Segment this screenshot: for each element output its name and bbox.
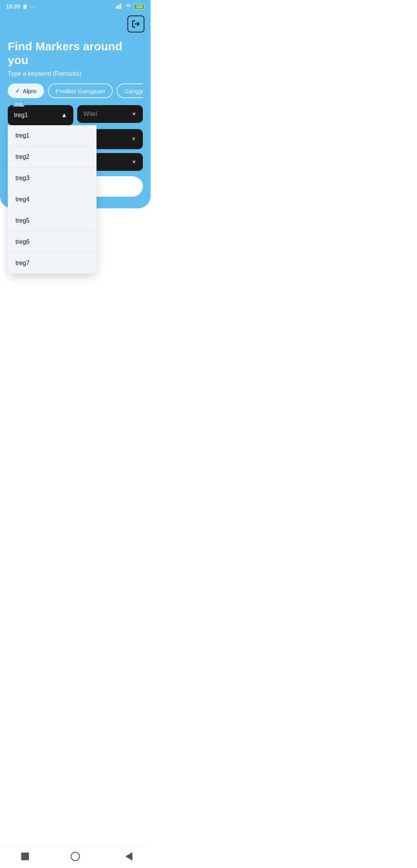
wifi-icon — [125, 3, 132, 10]
treg-option-1[interactable]: treg1 — [8, 125, 97, 146]
battery-display: 100 — [134, 4, 144, 10]
status-bar: 19:20 🗑 ··· 100 — [0, 0, 151, 12]
page-title: Find Markers around you — [8, 39, 143, 67]
page-subtitle: Type a keyword (Remarks) — [8, 70, 143, 77]
chip-gangguan-label: Gangguan — [124, 88, 143, 94]
witel-placeholder: Witel — [83, 111, 97, 117]
form-area: treg treg1 ▲ treg1 treg2 treg3 treg4 tre… — [8, 105, 143, 197]
main-content-area: Find Markers around you Type a keyword (… — [0, 36, 151, 208]
status-time-area: 19:20 🗑 ··· — [6, 3, 35, 10]
chip-gangguan[interactable]: Gangguan — [117, 83, 143, 98]
filter-chips-row: ✓ Alpro Prediksi Gangguan Gangguan — [8, 83, 143, 98]
time-display: 19:20 — [6, 3, 20, 10]
form-row-1: treg treg1 ▲ treg1 treg2 treg3 treg4 tre… — [8, 105, 143, 125]
date-to-arrow: ▼ — [131, 136, 137, 143]
svg-rect-0 — [115, 7, 117, 9]
chip-alpro-label: Alpro — [23, 88, 36, 94]
chip-prediksi[interactable]: Prediksi Gangguan — [48, 83, 113, 98]
treg-selected-value: treg1 — [14, 112, 28, 119]
dots-icon: ··· — [30, 4, 35, 10]
treg-wrapper: treg treg1 ▲ treg1 treg2 treg3 treg4 tre… — [8, 105, 73, 125]
treg-dropdown-list: treg1 treg2 treg3 treg4 treg5 treg6 treg… — [8, 125, 97, 274]
treg-dropdown-trigger[interactable]: treg1 ▲ — [8, 105, 73, 125]
witel-wrapper: Witel ▼ — [77, 105, 143, 125]
svg-rect-3 — [120, 4, 121, 9]
exit-button[interactable] — [127, 15, 144, 32]
notification-icon: 🗑 — [22, 4, 27, 10]
svg-rect-2 — [119, 5, 120, 9]
chip-prediksi-label: Prediksi Gangguan — [56, 88, 105, 94]
third-arrow-icon: ▼ — [131, 159, 137, 165]
treg-option-5[interactable]: treg5 — [8, 210, 97, 231]
check-icon: ✓ — [15, 87, 20, 94]
witel-arrow-icon: ▼ — [131, 111, 137, 117]
app-bar — [0, 12, 151, 36]
treg-label: treg — [13, 101, 24, 107]
treg-option-7[interactable]: treg7 — [8, 253, 97, 274]
treg-option-4[interactable]: treg4 — [8, 189, 97, 210]
treg-option-3[interactable]: treg3 — [8, 168, 97, 189]
chip-alpro[interactable]: ✓ Alpro — [8, 83, 44, 98]
svg-rect-1 — [117, 5, 118, 9]
status-icons-area: 100 — [115, 3, 144, 10]
witel-dropdown[interactable]: Witel ▼ — [77, 105, 143, 123]
treg-option-6[interactable]: treg6 — [8, 231, 97, 253]
signal-icon — [115, 3, 122, 10]
treg-option-2[interactable]: treg2 — [8, 146, 97, 168]
treg-arrow-icon: ▲ — [61, 112, 67, 119]
